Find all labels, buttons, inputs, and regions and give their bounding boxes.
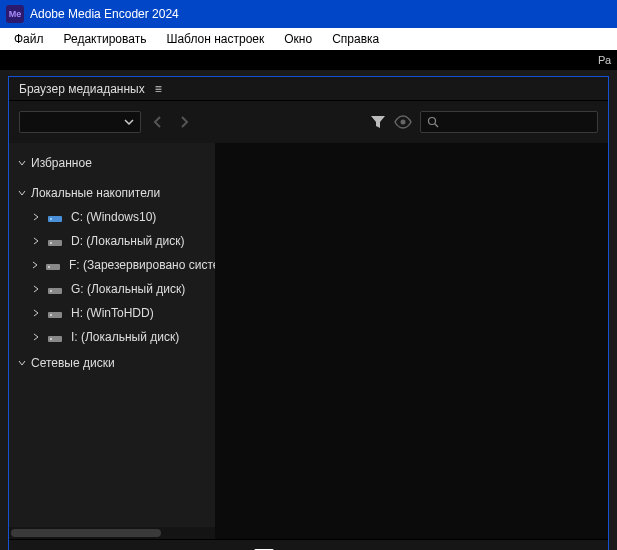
tree-favorites[interactable]: Избранное [9,151,215,175]
nav-forward-button[interactable] [175,113,193,131]
folder-tree: Избранное Локальные накопители C: (Windo… [9,143,215,539]
path-dropdown[interactable] [19,111,141,133]
panel-tabbar: Браузер медиаданных ≡ [9,77,608,101]
media-browser-panel: Браузер медиаданных ≡ [8,76,609,550]
tree-drive-f[interactable]: F: (Зарезервировано системой) [9,253,215,277]
window-title: Adobe Media Encoder 2024 [30,7,179,21]
drive-icon [47,235,63,247]
tree-horizontal-scrollbar[interactable] [9,527,215,539]
panel-footer [9,539,608,550]
search-icon [427,116,439,128]
search-input[interactable] [443,116,591,128]
tree-drive-g[interactable]: G: (Локальный диск) [9,277,215,301]
drive-icon [45,259,61,271]
tree-local-drives[interactable]: Локальные накопители [9,181,215,205]
panel-toolbar [9,101,608,143]
menu-window[interactable]: Окно [274,30,322,48]
search-box[interactable] [420,111,598,133]
tree-label: Сетевые диски [31,356,115,370]
tree-label: Локальные накопители [31,186,160,200]
panel-menu-icon[interactable]: ≡ [155,82,162,96]
menu-help[interactable]: Справка [322,30,389,48]
tree-label: H: (WinToHDD) [71,306,154,320]
drive-icon [47,283,63,295]
chevron-down-icon [17,159,27,167]
menu-edit[interactable]: Редактировать [54,30,157,48]
chevron-down-icon [17,189,27,197]
svg-rect-10 [50,290,52,292]
right-strip: Ра [0,50,617,70]
app-icon: Me [6,5,24,23]
chevron-right-icon [31,261,39,269]
menu-file[interactable]: Файл [4,30,54,48]
chevron-right-icon [31,309,41,317]
svg-rect-6 [50,242,52,244]
eye-icon[interactable] [394,115,412,129]
tree-label: I: (Локальный диск) [71,330,179,344]
tree-drive-c[interactable]: C: (Windows10) [9,205,215,229]
scrollbar-thumb[interactable] [11,529,161,537]
panel-content: Избранное Локальные накопители C: (Windo… [9,143,608,539]
tree-drive-d[interactable]: D: (Локальный диск) [9,229,215,253]
drive-icon [47,211,63,223]
svg-line-2 [435,124,438,127]
chevron-down-icon [124,113,134,131]
chevron-right-icon [31,213,41,221]
svg-point-1 [429,118,436,125]
filter-icon[interactable] [370,114,386,130]
tree-label: F: (Зарезервировано системой) [69,258,215,272]
svg-point-0 [401,120,406,125]
menu-presets[interactable]: Шаблон настроек [156,30,274,48]
svg-rect-4 [50,218,52,220]
menubar: Файл Редактировать Шаблон настроек Окно … [0,28,617,50]
tree-drive-i[interactable]: I: (Локальный диск) [9,325,215,349]
chevron-right-icon [31,285,41,293]
chevron-down-icon [17,359,27,367]
svg-rect-14 [50,338,52,340]
panel-tab-media-browser[interactable]: Браузер медиаданных ≡ [9,77,172,100]
titlebar: Me Adobe Media Encoder 2024 [0,0,617,28]
chevron-right-icon [31,333,41,341]
strip-label: Ра [598,54,611,66]
panel-tab-label: Браузер медиаданных [19,82,145,96]
tree-network-drives[interactable]: Сетевые диски [9,351,215,375]
chevron-right-icon [31,237,41,245]
nav-back-button[interactable] [149,113,167,131]
tree-label: G: (Локальный диск) [71,282,185,296]
tree-label: D: (Локальный диск) [71,234,185,248]
drive-icon [47,307,63,319]
tree-label: Избранное [31,156,92,170]
preview-area [215,143,608,539]
tree-drive-h[interactable]: H: (WinToHDD) [9,301,215,325]
drive-icon [47,331,63,343]
svg-rect-12 [50,314,52,316]
tree-label: C: (Windows10) [71,210,156,224]
svg-rect-8 [48,266,50,268]
